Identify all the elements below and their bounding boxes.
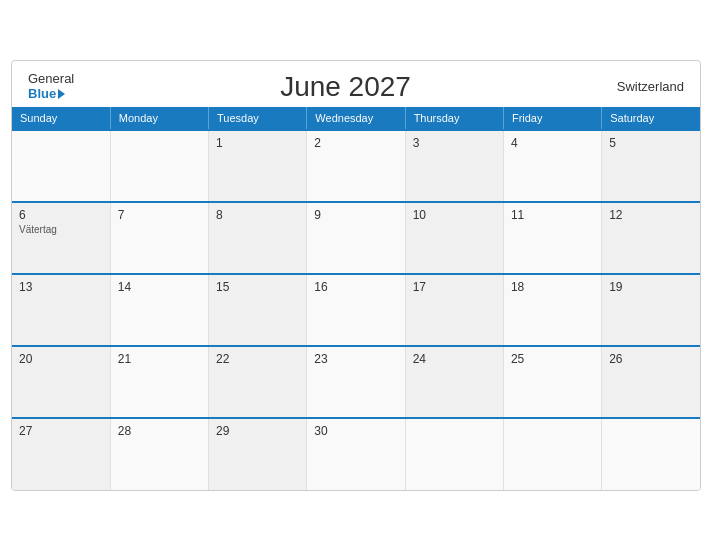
day-number: 11: [511, 208, 594, 222]
calendar-week-row: 6Vätertag789101112: [12, 202, 700, 274]
weekday-header-friday: Friday: [503, 107, 601, 130]
day-number: 5: [609, 136, 693, 150]
calendar-cell: 15: [209, 274, 307, 346]
calendar-cell: 6Vätertag: [12, 202, 110, 274]
calendar-cell: 13: [12, 274, 110, 346]
calendar-cell: 20: [12, 346, 110, 418]
logo-general-text: General: [28, 72, 74, 86]
day-number: 18: [511, 280, 594, 294]
calendar-cell: 4: [503, 130, 601, 202]
calendar-cell: 9: [307, 202, 405, 274]
day-number: 16: [314, 280, 397, 294]
calendar-cell: [110, 130, 208, 202]
calendar-country: Switzerland: [617, 79, 684, 94]
calendar-week-row: 12345: [12, 130, 700, 202]
calendar-cell: 27: [12, 418, 110, 490]
weekday-header-sunday: Sunday: [12, 107, 110, 130]
day-number: 12: [609, 208, 693, 222]
day-number: 25: [511, 352, 594, 366]
day-number: 24: [413, 352, 496, 366]
calendar-cell: 25: [503, 346, 601, 418]
day-number: 1: [216, 136, 299, 150]
calendar-cell: 24: [405, 346, 503, 418]
calendar-week-row: 20212223242526: [12, 346, 700, 418]
calendar-cell: 1: [209, 130, 307, 202]
logo-area: General Blue: [28, 72, 74, 101]
day-number: 27: [19, 424, 103, 438]
weekday-header-monday: Monday: [110, 107, 208, 130]
day-number: 22: [216, 352, 299, 366]
calendar-cell: 2: [307, 130, 405, 202]
day-number: 10: [413, 208, 496, 222]
calendar-cell: 11: [503, 202, 601, 274]
day-event: Vätertag: [19, 224, 103, 235]
day-number: 2: [314, 136, 397, 150]
calendar-cell: 22: [209, 346, 307, 418]
calendar-cell: [503, 418, 601, 490]
day-number: 8: [216, 208, 299, 222]
day-number: 14: [118, 280, 201, 294]
calendar-cell: [602, 418, 700, 490]
calendar-grid: SundayMondayTuesdayWednesdayThursdayFrid…: [12, 107, 700, 490]
day-number: 20: [19, 352, 103, 366]
calendar-cell: 17: [405, 274, 503, 346]
calendar-cell: 10: [405, 202, 503, 274]
day-number: 4: [511, 136, 594, 150]
day-number: 7: [118, 208, 201, 222]
calendar-cell: [405, 418, 503, 490]
day-number: 30: [314, 424, 397, 438]
weekday-header-row: SundayMondayTuesdayWednesdayThursdayFrid…: [12, 107, 700, 130]
calendar-cell: 5: [602, 130, 700, 202]
weekday-header-tuesday: Tuesday: [209, 107, 307, 130]
calendar-week-row: 13141516171819: [12, 274, 700, 346]
day-number: 28: [118, 424, 201, 438]
calendar-week-row: 27282930: [12, 418, 700, 490]
calendar-cell: 18: [503, 274, 601, 346]
day-number: 23: [314, 352, 397, 366]
calendar-cell: 21: [110, 346, 208, 418]
calendar-cell: 30: [307, 418, 405, 490]
day-number: 9: [314, 208, 397, 222]
calendar-cell: 29: [209, 418, 307, 490]
day-number: 26: [609, 352, 693, 366]
calendar-cell: 28: [110, 418, 208, 490]
weekday-header-wednesday: Wednesday: [307, 107, 405, 130]
day-number: 29: [216, 424, 299, 438]
calendar-cell: 23: [307, 346, 405, 418]
calendar-cell: 19: [602, 274, 700, 346]
logo-blue-text: Blue: [28, 87, 65, 101]
calendar-header: General Blue June 2027 Switzerland: [12, 61, 700, 107]
day-number: 21: [118, 352, 201, 366]
day-number: 3: [413, 136, 496, 150]
calendar-cell: [12, 130, 110, 202]
calendar-cell: 14: [110, 274, 208, 346]
calendar-cell: 16: [307, 274, 405, 346]
calendar-cell: 12: [602, 202, 700, 274]
calendar-title: June 2027: [74, 71, 617, 103]
calendar-cell: 7: [110, 202, 208, 274]
weekday-header-saturday: Saturday: [602, 107, 700, 130]
calendar-cell: 3: [405, 130, 503, 202]
day-number: 6: [19, 208, 103, 222]
day-number: 13: [19, 280, 103, 294]
calendar-cell: 8: [209, 202, 307, 274]
day-number: 15: [216, 280, 299, 294]
calendar-container: General Blue June 2027 Switzerland Sunda…: [11, 60, 701, 491]
weekday-header-thursday: Thursday: [405, 107, 503, 130]
logo-triangle-icon: [58, 89, 65, 99]
calendar-cell: 26: [602, 346, 700, 418]
day-number: 19: [609, 280, 693, 294]
day-number: 17: [413, 280, 496, 294]
